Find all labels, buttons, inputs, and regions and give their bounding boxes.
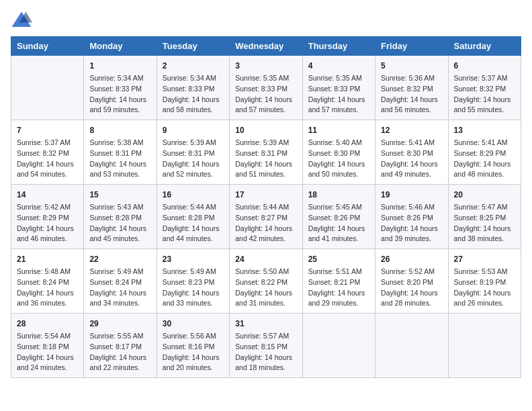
calendar-cell <box>375 314 448 378</box>
day-info: Sunrise: 5:56 AM Sunset: 8:16 PM Dayligh… <box>163 331 224 373</box>
calendar-cell: 9Sunrise: 5:39 AM Sunset: 8:31 PM Daylig… <box>157 120 229 185</box>
day-info: Sunrise: 5:38 AM Sunset: 8:31 PM Dayligh… <box>89 138 150 180</box>
day-number: 31 <box>235 318 296 330</box>
calendar-cell: 18Sunrise: 5:45 AM Sunset: 8:26 PM Dayli… <box>302 185 375 249</box>
calendar-table: SundayMondayTuesdayWednesdayThursdayFrid… <box>11 36 521 378</box>
day-number: 11 <box>308 124 369 136</box>
calendar-cell: 12Sunrise: 5:41 AM Sunset: 8:30 PM Dayli… <box>375 120 448 185</box>
calendar-cell: 15Sunrise: 5:43 AM Sunset: 8:28 PM Dayli… <box>84 185 157 249</box>
day-number: 3 <box>235 60 296 72</box>
week-row-3: 14Sunrise: 5:42 AM Sunset: 8:29 PM Dayli… <box>11 185 521 249</box>
calendar-cell: 20Sunrise: 5:47 AM Sunset: 8:25 PM Dayli… <box>448 185 521 249</box>
calendar-cell: 26Sunrise: 5:52 AM Sunset: 8:20 PM Dayli… <box>375 249 448 314</box>
day-number: 7 <box>17 124 78 136</box>
day-info: Sunrise: 5:53 AM Sunset: 8:19 PM Dayligh… <box>454 267 515 309</box>
day-number: 12 <box>381 124 442 136</box>
calendar-cell <box>11 56 84 120</box>
calendar-cell: 13Sunrise: 5:41 AM Sunset: 8:29 PM Dayli… <box>448 120 521 185</box>
logo <box>11 11 35 30</box>
calendar-cell: 29Sunrise: 5:55 AM Sunset: 8:17 PM Dayli… <box>84 314 157 378</box>
day-info: Sunrise: 5:44 AM Sunset: 8:28 PM Dayligh… <box>163 202 224 244</box>
day-info: Sunrise: 5:41 AM Sunset: 8:30 PM Dayligh… <box>381 138 442 180</box>
calendar-cell: 7Sunrise: 5:37 AM Sunset: 8:32 PM Daylig… <box>11 120 84 185</box>
day-number: 23 <box>163 253 224 265</box>
day-info: Sunrise: 5:43 AM Sunset: 8:28 PM Dayligh… <box>89 202 150 244</box>
calendar-cell: 3Sunrise: 5:35 AM Sunset: 8:33 PM Daylig… <box>230 56 302 120</box>
day-number: 30 <box>163 318 224 330</box>
calendar-cell: 14Sunrise: 5:42 AM Sunset: 8:29 PM Dayli… <box>11 185 84 249</box>
calendar-cell <box>302 314 375 378</box>
calendar-cell: 5Sunrise: 5:36 AM Sunset: 8:32 PM Daylig… <box>375 56 448 120</box>
calendar-cell: 21Sunrise: 5:48 AM Sunset: 8:24 PM Dayli… <box>11 249 84 314</box>
day-info: Sunrise: 5:37 AM Sunset: 8:32 PM Dayligh… <box>454 73 515 116</box>
calendar-cell: 2Sunrise: 5:34 AM Sunset: 8:33 PM Daylig… <box>157 56 229 120</box>
day-number: 5 <box>381 60 442 72</box>
col-header-monday: Monday <box>84 37 157 56</box>
day-number: 4 <box>308 60 369 72</box>
calendar-cell: 19Sunrise: 5:46 AM Sunset: 8:26 PM Dayli… <box>375 185 448 249</box>
page-header <box>11 11 521 30</box>
day-number: 21 <box>17 253 78 265</box>
day-info: Sunrise: 5:36 AM Sunset: 8:32 PM Dayligh… <box>381 73 442 116</box>
week-row-2: 7Sunrise: 5:37 AM Sunset: 8:32 PM Daylig… <box>11 120 521 185</box>
col-header-sunday: Sunday <box>11 37 84 56</box>
day-number: 10 <box>235 124 296 136</box>
day-info: Sunrise: 5:39 AM Sunset: 8:31 PM Dayligh… <box>163 138 224 180</box>
day-info: Sunrise: 5:42 AM Sunset: 8:29 PM Dayligh… <box>17 202 78 244</box>
day-number: 28 <box>17 318 78 330</box>
calendar-cell: 24Sunrise: 5:50 AM Sunset: 8:22 PM Dayli… <box>230 249 302 314</box>
week-row-4: 21Sunrise: 5:48 AM Sunset: 8:24 PM Dayli… <box>11 249 521 314</box>
day-number: 8 <box>89 124 150 136</box>
day-info: Sunrise: 5:54 AM Sunset: 8:18 PM Dayligh… <box>17 331 78 373</box>
calendar-cell: 25Sunrise: 5:51 AM Sunset: 8:21 PM Dayli… <box>302 249 375 314</box>
col-header-thursday: Thursday <box>302 37 375 56</box>
calendar-cell: 27Sunrise: 5:53 AM Sunset: 8:19 PM Dayli… <box>448 249 521 314</box>
day-number: 22 <box>89 253 150 265</box>
header-row: SundayMondayTuesdayWednesdayThursdayFrid… <box>11 37 521 56</box>
day-number: 27 <box>454 253 515 265</box>
col-header-tuesday: Tuesday <box>157 37 229 56</box>
day-number: 9 <box>163 124 224 136</box>
day-info: Sunrise: 5:35 AM Sunset: 8:33 PM Dayligh… <box>235 73 296 116</box>
day-info: Sunrise: 5:34 AM Sunset: 8:33 PM Dayligh… <box>163 73 224 116</box>
day-number: 29 <box>89 318 150 330</box>
day-number: 17 <box>235 189 296 201</box>
day-info: Sunrise: 5:41 AM Sunset: 8:29 PM Dayligh… <box>454 138 515 180</box>
day-number: 6 <box>454 60 515 72</box>
day-info: Sunrise: 5:49 AM Sunset: 8:24 PM Dayligh… <box>89 267 150 309</box>
day-info: Sunrise: 5:34 AM Sunset: 8:33 PM Dayligh… <box>89 73 150 116</box>
day-number: 14 <box>17 189 78 201</box>
day-info: Sunrise: 5:55 AM Sunset: 8:17 PM Dayligh… <box>89 331 150 373</box>
day-number: 1 <box>89 60 150 72</box>
day-info: Sunrise: 5:44 AM Sunset: 8:27 PM Dayligh… <box>235 202 296 244</box>
day-number: 20 <box>454 189 515 201</box>
logo-icon <box>11 11 32 30</box>
day-number: 25 <box>308 253 369 265</box>
day-number: 19 <box>381 189 442 201</box>
day-number: 15 <box>89 189 150 201</box>
day-info: Sunrise: 5:47 AM Sunset: 8:25 PM Dayligh… <box>454 202 515 244</box>
calendar-cell <box>448 314 521 378</box>
day-info: Sunrise: 5:37 AM Sunset: 8:32 PM Dayligh… <box>17 138 78 180</box>
day-info: Sunrise: 5:48 AM Sunset: 8:24 PM Dayligh… <box>17 267 78 309</box>
day-number: 13 <box>454 124 515 136</box>
calendar-cell: 30Sunrise: 5:56 AM Sunset: 8:16 PM Dayli… <box>157 314 229 378</box>
col-header-wednesday: Wednesday <box>230 37 302 56</box>
calendar-cell: 6Sunrise: 5:37 AM Sunset: 8:32 PM Daylig… <box>448 56 521 120</box>
week-row-5: 28Sunrise: 5:54 AM Sunset: 8:18 PM Dayli… <box>11 314 521 378</box>
day-number: 26 <box>381 253 442 265</box>
calendar-cell: 1Sunrise: 5:34 AM Sunset: 8:33 PM Daylig… <box>84 56 157 120</box>
calendar-cell: 4Sunrise: 5:35 AM Sunset: 8:33 PM Daylig… <box>302 56 375 120</box>
day-number: 18 <box>308 189 369 201</box>
calendar-cell: 11Sunrise: 5:40 AM Sunset: 8:30 PM Dayli… <box>302 120 375 185</box>
calendar-cell: 17Sunrise: 5:44 AM Sunset: 8:27 PM Dayli… <box>230 185 302 249</box>
calendar-cell: 23Sunrise: 5:49 AM Sunset: 8:23 PM Dayli… <box>157 249 229 314</box>
day-info: Sunrise: 5:49 AM Sunset: 8:23 PM Dayligh… <box>163 267 224 309</box>
calendar-cell: 28Sunrise: 5:54 AM Sunset: 8:18 PM Dayli… <box>11 314 84 378</box>
calendar-cell: 8Sunrise: 5:38 AM Sunset: 8:31 PM Daylig… <box>84 120 157 185</box>
day-info: Sunrise: 5:40 AM Sunset: 8:30 PM Dayligh… <box>308 138 369 180</box>
day-number: 2 <box>163 60 224 72</box>
day-info: Sunrise: 5:51 AM Sunset: 8:21 PM Dayligh… <box>308 267 369 309</box>
day-info: Sunrise: 5:52 AM Sunset: 8:20 PM Dayligh… <box>381 267 442 309</box>
day-number: 16 <box>163 189 224 201</box>
